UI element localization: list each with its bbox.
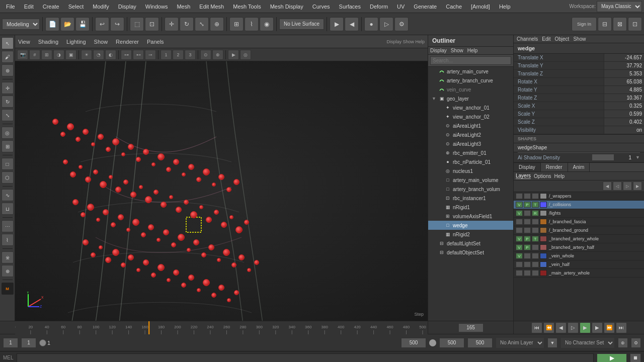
- layer-v-toggle[interactable]: [516, 261, 523, 267]
- outliner-menu-display[interactable]: Display: [430, 48, 447, 53]
- layer-v-toggle[interactable]: V: [516, 210, 523, 216]
- move-tool-btn[interactable]: ✛: [2, 82, 14, 94]
- vp-isolate-btn[interactable]: ⊙: [200, 50, 211, 60]
- outliner-item[interactable]: ▦nRigid1: [428, 203, 513, 212]
- outliner-item[interactable]: ⊞volumeAxisField1: [428, 212, 513, 221]
- layer-row[interactable]: V P T _branched_artery_whole: [514, 235, 644, 243]
- vp-wire-btn[interactable]: ⊞: [41, 50, 52, 60]
- workspace-dropdown[interactable]: Maya Classic: [597, 1, 642, 12]
- vp-grid-btn[interactable]: #: [29, 50, 40, 60]
- outliner-item[interactable]: artery_main_curve: [428, 67, 513, 76]
- layer-p-toggle[interactable]: P: [524, 202, 531, 208]
- curve-btn[interactable]: ∿: [2, 189, 14, 201]
- channel-value[interactable]: 65.038: [604, 78, 644, 85]
- snap-grid-btn[interactable]: ⊞: [229, 17, 244, 31]
- channel-row[interactable]: Scale Y0.599: [514, 110, 644, 118]
- vp-snap-btn[interactable]: ◎: [240, 50, 251, 60]
- channel-row[interactable]: Visibilityon: [514, 126, 644, 134]
- menu-cache[interactable]: Cache: [442, 3, 466, 11]
- frame-end-input[interactable]: [401, 338, 426, 348]
- channel-row[interactable]: Rotate X65.038: [514, 78, 644, 86]
- menu-display[interactable]: Display: [114, 3, 140, 11]
- layer-v-toggle[interactable]: V: [516, 244, 523, 250]
- channel-row[interactable]: Translate X-24.657: [514, 54, 644, 62]
- layout-btn-2[interactable]: ⊠: [613, 17, 627, 31]
- layout-btn-1[interactable]: ⊟: [598, 17, 612, 31]
- channel-value[interactable]: 5.353: [604, 70, 644, 77]
- channel-value[interactable]: 4.885: [604, 86, 644, 94]
- channel-value[interactable]: 10.367: [604, 94, 644, 102]
- dra-anim-tab[interactable]: Anim: [568, 163, 590, 171]
- vp-joint-btn[interactable]: ⊶: [121, 50, 132, 60]
- layer-v-toggle[interactable]: V: [516, 202, 523, 208]
- layer-list[interactable]: /_wrappers V P T /_collisions V R /light…: [514, 192, 644, 321]
- cb-tab-object[interactable]: Object: [555, 36, 570, 42]
- vp-menu-view[interactable]: View: [18, 39, 30, 45]
- layer-tab-layers[interactable]: Layers: [516, 173, 531, 179]
- dynamics-btn[interactable]: ※: [2, 251, 14, 263]
- layer-p-toggle[interactable]: [524, 219, 531, 225]
- vp-light-btn[interactable]: ☀: [81, 50, 92, 60]
- channel-row[interactable]: Scale X0.325: [514, 102, 644, 110]
- layer-p-toggle[interactable]: P: [524, 236, 531, 242]
- vp-menu-show[interactable]: Show: [94, 39, 108, 45]
- render-btn[interactable]: ▶: [330, 17, 344, 31]
- move-btn[interactable]: ✛: [165, 17, 179, 31]
- menu-select[interactable]: Select: [64, 3, 88, 11]
- sign-in-btn[interactable]: Sign In: [572, 17, 597, 31]
- layer-r-toggle[interactable]: [532, 219, 539, 225]
- transform-btn[interactable]: ⊕: [210, 17, 224, 31]
- layer-r-toggle[interactable]: [532, 227, 539, 233]
- layer-r-toggle[interactable]: T: [532, 236, 539, 242]
- menu-generate[interactable]: Generate: [410, 3, 441, 11]
- anim-layer-btn[interactable]: ▼: [547, 338, 557, 348]
- channel-value[interactable]: 0.325: [604, 102, 644, 110]
- layer-r-toggle[interactable]: R: [532, 210, 539, 216]
- select-btn[interactable]: ⬚: [130, 17, 144, 31]
- arnold-render-btn[interactable]: ▷: [379, 17, 393, 31]
- scale-tool-btn[interactable]: ⤡: [2, 109, 14, 121]
- layer-p-toggle[interactable]: P: [524, 244, 531, 250]
- wire-btn[interactable]: ⌇: [2, 234, 14, 246]
- layer-p-toggle[interactable]: [524, 253, 531, 259]
- layer-v-toggle[interactable]: V: [516, 253, 523, 259]
- soft-sel-btn[interactable]: ◎: [2, 127, 14, 139]
- frame-start-input[interactable]: [3, 338, 18, 348]
- snap-curve-btn[interactable]: ⌇: [245, 17, 259, 31]
- open-file-btn[interactable]: 📂: [60, 17, 74, 31]
- vp-shade-btn[interactable]: ◑: [53, 50, 64, 60]
- settings-btn[interactable]: ⚙: [394, 17, 409, 31]
- cube-btn[interactable]: □: [2, 158, 14, 170]
- outliner-item[interactable]: ⊙aiAreaLight3: [428, 139, 513, 148]
- outliner-item[interactable]: ▼▣geo_layer: [428, 94, 513, 103]
- char-set-btn-1[interactable]: ⊕: [618, 338, 628, 348]
- redo-btn[interactable]: ↪: [110, 17, 124, 31]
- stop-anim-btn[interactable]: ⏹: [630, 353, 641, 363]
- play-anim-btn[interactable]: ▶: [597, 353, 627, 363]
- outliner-item[interactable]: ⊙aiAreaLight2: [428, 130, 513, 139]
- select-tool-btn[interactable]: ↖: [2, 37, 14, 49]
- vp-res-low-btn[interactable]: 1: [160, 50, 172, 60]
- outliner-item[interactable]: ⊙aiAreaLight1: [428, 121, 513, 130]
- menu-create[interactable]: Create: [39, 3, 63, 11]
- arnold-sphere-btn[interactable]: ●: [364, 17, 378, 31]
- viewport-canvas[interactable]: X Y Z Step: [15, 61, 428, 321]
- layer-icon-1[interactable]: ◀: [603, 182, 612, 191]
- outliner-item[interactable]: □artery_branch_volum: [428, 185, 513, 194]
- menu-mesh-tools[interactable]: Mesh Tools: [229, 3, 265, 11]
- channel-row[interactable]: Scale Z0.402: [514, 118, 644, 126]
- layer-row[interactable]: /_branched_ground: [514, 226, 644, 235]
- search-input[interactable]: [430, 56, 511, 65]
- layer-r-toggle[interactable]: [532, 253, 539, 259]
- outliner-item[interactable]: ⊟defaultObjectSet: [428, 248, 513, 257]
- menu-help[interactable]: Help: [495, 3, 515, 11]
- layer-row[interactable]: V P _branched_artery_half: [514, 243, 644, 252]
- outliner-item[interactable]: ⊟defaultLightSet: [428, 239, 513, 248]
- rotate-tool-btn[interactable]: ↻: [2, 96, 14, 108]
- next-key-btn[interactable]: ⏩: [604, 322, 615, 333]
- vp-camera-btn[interactable]: 📷: [17, 50, 28, 60]
- menu-mesh[interactable]: Mesh: [173, 3, 194, 11]
- vp-def-btn[interactable]: ⊸: [145, 50, 156, 60]
- layer-p-toggle[interactable]: [524, 210, 531, 216]
- layer-row[interactable]: _vein_half: [514, 260, 644, 269]
